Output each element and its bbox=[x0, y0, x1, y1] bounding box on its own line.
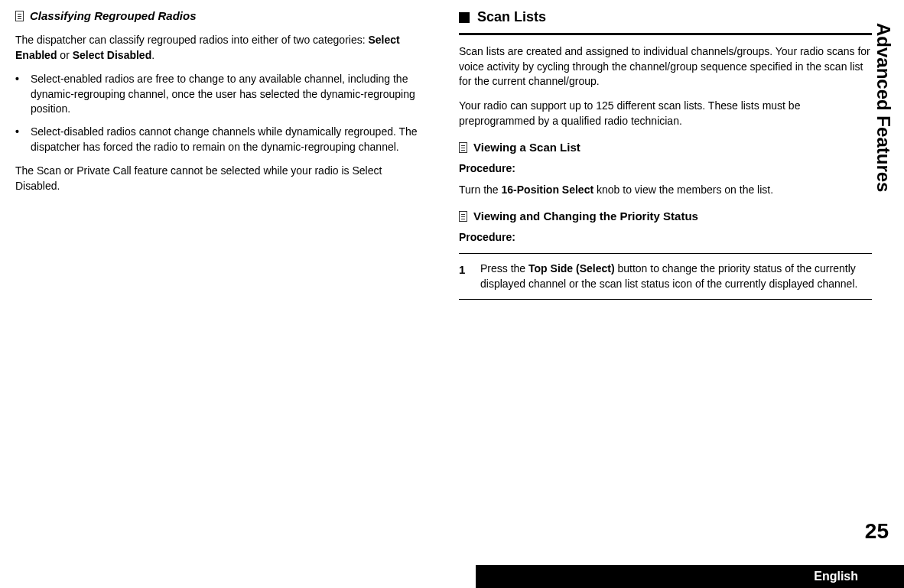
section-divider bbox=[459, 33, 872, 35]
section-title-text: Scan Lists bbox=[477, 8, 546, 27]
procedure-label: Procedure: bbox=[459, 161, 872, 177]
subsection-heading: Viewing a Scan List bbox=[459, 139, 872, 155]
document-icon bbox=[15, 11, 24, 21]
bullet-text: Select-enabled radios are free to change… bbox=[31, 72, 428, 117]
step-number: 1 bbox=[459, 262, 480, 291]
square-bullet-icon bbox=[459, 12, 470, 23]
step-pre: Press the bbox=[480, 262, 528, 275]
section-heading: Scan Lists bbox=[459, 8, 872, 27]
page-number: 25 bbox=[865, 516, 889, 546]
subsection-heading: Viewing and Changing the Priority Status bbox=[459, 208, 872, 224]
procedure-text: Turn the 16-Position Select knob to view… bbox=[459, 183, 872, 198]
closing-paragraph: The Scan or Private Call feature cannot … bbox=[15, 164, 428, 193]
thin-divider bbox=[459, 299, 872, 300]
subsection-title-text: Classifying Regrouped Radios bbox=[30, 8, 197, 24]
text-pre: Turn the bbox=[459, 184, 502, 196]
numbered-step: 1 Press the Top Side (Select) button to … bbox=[459, 262, 872, 291]
intro-bold2: Select Disabled bbox=[73, 49, 152, 61]
body-paragraph: Scan lists are created and assigned to i… bbox=[459, 44, 872, 89]
text-bold: 16-Position Select bbox=[502, 184, 594, 196]
thin-divider bbox=[459, 253, 872, 254]
procedure-label: Procedure: bbox=[459, 230, 872, 245]
language-bar: English bbox=[476, 565, 904, 588]
document-icon bbox=[459, 142, 467, 153]
side-label: Advanced Features bbox=[870, 23, 896, 192]
subsection-heading: Classifying Regrouped Radios bbox=[15, 8, 428, 24]
bullet-text: Select-disabled radios cannot change cha… bbox=[31, 125, 428, 154]
bullet-marker: • bbox=[15, 72, 31, 117]
intro-paragraph: The dispatcher can classify regrouped ra… bbox=[15, 33, 428, 63]
language-label: English bbox=[814, 568, 858, 585]
intro-mid: or bbox=[57, 49, 72, 61]
step-text: Press the Top Side (Select) button to ch… bbox=[480, 262, 872, 291]
bullet-marker: • bbox=[15, 125, 31, 154]
body-paragraph: Your radio can support up to 125 differe… bbox=[459, 99, 872, 128]
list-item: • Select-disabled radios cannot change c… bbox=[15, 125, 428, 154]
subsection-title-text: Viewing and Changing the Priority Status bbox=[473, 208, 698, 224]
intro-pre: The dispatcher can classify regrouped ra… bbox=[15, 34, 368, 46]
left-column: Classifying Regrouped Radios The dispatc… bbox=[15, 8, 428, 307]
step-bold: Top Side (Select) bbox=[528, 262, 615, 275]
right-column: Scan Lists Scan lists are created and as… bbox=[459, 8, 872, 307]
bullet-list: • Select-enabled radios are free to chan… bbox=[15, 72, 428, 154]
document-icon bbox=[459, 211, 467, 222]
page-content: Classifying Regrouped Radios The dispatc… bbox=[0, 0, 904, 315]
text-post: knob to view the members on the list. bbox=[593, 184, 773, 196]
subsection-title-text: Viewing a Scan List bbox=[473, 139, 580, 155]
intro-post: . bbox=[151, 49, 154, 61]
list-item: • Select-enabled radios are free to chan… bbox=[15, 72, 428, 117]
